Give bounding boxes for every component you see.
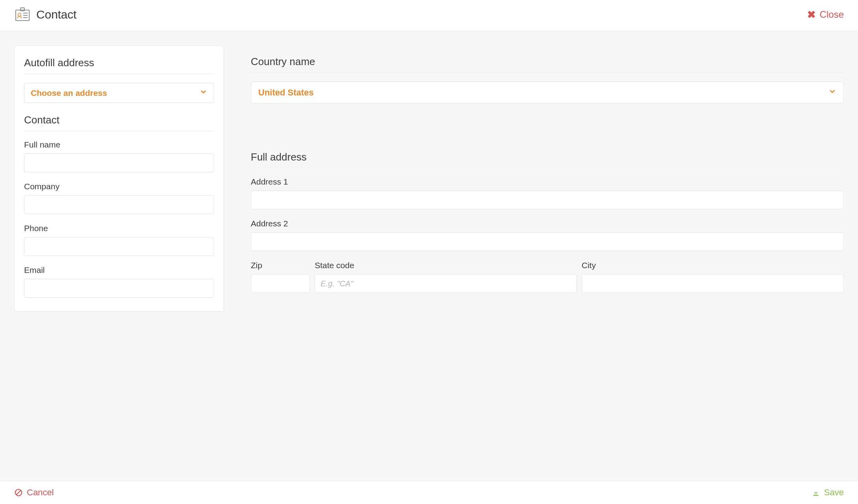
state-label: State code: [315, 261, 577, 270]
address2-label: Address 2: [251, 219, 844, 228]
full-address-section: Full address Address 1 Address 2 Zip Sta…: [251, 151, 844, 302]
contact-card: Autofill address Choose an address Conta…: [14, 45, 224, 312]
contact-heading: Contact: [24, 114, 214, 131]
full-name-input[interactable]: [24, 153, 214, 172]
address2-input[interactable]: [251, 232, 844, 251]
cancel-button[interactable]: Cancel: [14, 487, 54, 498]
header-left: Contact: [14, 6, 76, 23]
cancel-icon: [14, 488, 23, 497]
close-button[interactable]: ✖ Close: [807, 9, 844, 21]
email-label: Email: [24, 265, 214, 275]
field-company: Company: [24, 182, 214, 214]
city-label: City: [582, 261, 844, 270]
svg-point-2: [18, 13, 21, 16]
email-input[interactable]: [24, 279, 214, 298]
full-name-label: Full name: [24, 140, 214, 149]
close-icon: ✖: [807, 9, 816, 21]
right-column: Country name United States Full address …: [251, 45, 844, 302]
full-address-heading: Full address: [251, 151, 844, 168]
country-section: Country name United States: [251, 56, 844, 104]
phone-label: Phone: [24, 224, 214, 233]
autofill-address-select[interactable]: Choose an address: [24, 83, 214, 103]
field-zip: Zip: [251, 261, 310, 293]
footer-bar: Cancel Save: [0, 481, 858, 504]
download-icon: [811, 488, 820, 497]
svg-line-7: [17, 491, 21, 495]
phone-input[interactable]: [24, 237, 214, 256]
contact-card-icon: [14, 6, 31, 23]
zip-input[interactable]: [251, 274, 310, 293]
field-phone: Phone: [24, 224, 214, 256]
field-address2: Address 2: [251, 219, 844, 251]
autofill-selected-value: Choose an address: [31, 88, 107, 98]
zip-state-city-row: Zip State code City: [251, 261, 844, 302]
field-city: City: [582, 261, 844, 302]
field-address1: Address 1: [251, 177, 844, 209]
autofill-heading: Autofill address: [24, 57, 214, 74]
field-state: State code: [315, 261, 577, 293]
company-label: Company: [24, 182, 214, 191]
header-bar: Contact ✖ Close: [0, 0, 858, 31]
company-input[interactable]: [24, 195, 214, 214]
country-heading: Country name: [251, 56, 844, 73]
chevron-down-icon: [828, 88, 836, 98]
save-button[interactable]: Save: [811, 487, 844, 498]
page-title: Contact: [36, 8, 76, 21]
address1-input[interactable]: [251, 190, 844, 209]
main-content: Autofill address Choose an address Conta…: [0, 31, 858, 481]
country-select[interactable]: United States: [251, 82, 844, 104]
svg-rect-8: [813, 495, 818, 496]
save-label: Save: [824, 487, 844, 498]
country-selected-value: United States: [258, 88, 314, 98]
chevron-down-icon: [200, 88, 207, 98]
state-input[interactable]: [315, 274, 577, 293]
field-email: Email: [24, 265, 214, 298]
field-full-name: Full name: [24, 140, 214, 172]
cancel-label: Cancel: [27, 487, 54, 498]
close-label: Close: [820, 9, 844, 20]
address1-label: Address 1: [251, 177, 844, 187]
city-input[interactable]: [582, 274, 844, 293]
zip-label: Zip: [251, 261, 310, 270]
